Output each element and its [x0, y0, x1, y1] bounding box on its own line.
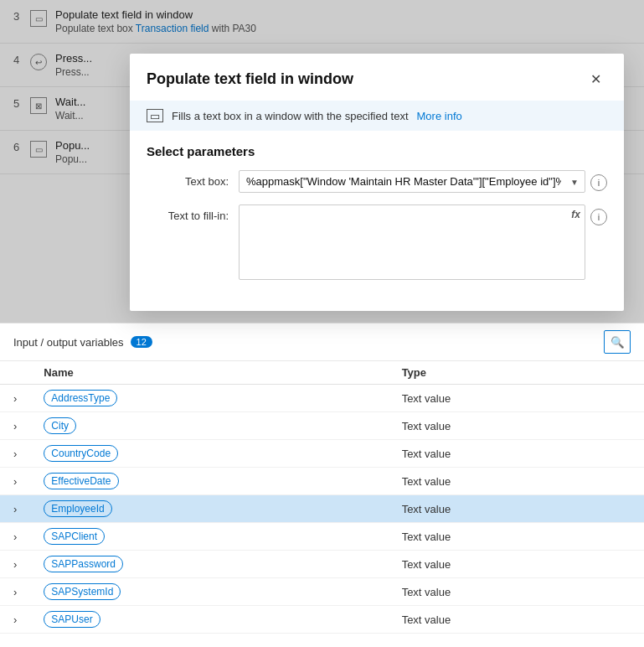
- row-type-cell: Text value: [389, 468, 644, 495]
- modal-title: Populate text field in window: [147, 70, 353, 88]
- table-row[interactable]: ›SAPUserText value: [0, 606, 644, 634]
- variables-badge: 12: [131, 336, 152, 348]
- row-type-cell: Text value: [389, 551, 644, 578]
- row-chevron-icon: ›: [0, 578, 30, 606]
- variables-search-button[interactable]: 🔍: [604, 330, 631, 354]
- row-name-cell: SAPClient: [30, 523, 388, 551]
- row-type-cell: Text value: [389, 578, 644, 606]
- row-type-cell: Text value: [389, 606, 644, 634]
- variable-tag[interactable]: SAPUser: [44, 611, 100, 628]
- textfill-textarea[interactable]: [239, 204, 585, 280]
- table-row[interactable]: ›EffectiveDateText value: [0, 468, 644, 495]
- textbox-select[interactable]: %appmask["Window 'Maintain HR Master Dat…: [239, 170, 585, 193]
- row-name-cell: SAPUser: [30, 606, 388, 634]
- col-expand: [0, 361, 30, 385]
- modal-info-text: Fills a text box in a window with the sp…: [172, 110, 409, 122]
- row-type-cell: Text value: [389, 495, 644, 523]
- row-name-cell: AddressType: [30, 385, 388, 412]
- fx-button[interactable]: fx: [571, 209, 580, 220]
- table-row[interactable]: ›SAPSystemIdText value: [0, 578, 644, 606]
- row-type-cell: Text value: [389, 385, 644, 412]
- table-row[interactable]: ›CountryCodeText value: [0, 440, 644, 468]
- textarea-wrapper: fx: [239, 204, 585, 282]
- variable-tag[interactable]: CountryCode: [44, 445, 118, 462]
- row-chevron-icon: ›: [0, 468, 30, 495]
- window-icon: ▭: [147, 109, 163, 122]
- populate-modal: Populate text field in window ✕ ▭ Fills …: [130, 54, 624, 311]
- row-name-cell: SAPSystemId: [30, 578, 388, 606]
- textbox-label: Text box:: [147, 170, 239, 188]
- table-header-row: Name Type: [0, 361, 644, 385]
- variable-tag[interactable]: EmployeeId: [44, 500, 111, 517]
- row-chevron-icon: ›: [0, 551, 30, 578]
- close-button[interactable]: ✕: [584, 67, 607, 91]
- variables-title: Input / output variables: [13, 336, 124, 349]
- col-name-header: Name: [30, 361, 388, 385]
- textfill-row: Text to fill-in: fx i: [147, 204, 607, 282]
- row-name-cell: City: [30, 412, 388, 440]
- variable-tag[interactable]: SAPSystemId: [44, 583, 121, 600]
- variables-panel: Input / output variables 12 🔍 Name Type …: [0, 323, 644, 647]
- textbox-row: Text box: %appmask["Window 'Maintain HR …: [147, 170, 607, 193]
- modal-header: Populate text field in window ✕: [130, 54, 624, 101]
- variables-table: Name Type ›AddressTypeText value›CityTex…: [0, 361, 644, 634]
- row-name-cell: EmployeeId: [30, 495, 388, 523]
- row-chevron-icon: ›: [0, 385, 30, 412]
- row-name-cell: EffectiveDate: [30, 468, 388, 495]
- row-chevron-icon: ›: [0, 412, 30, 440]
- row-chevron-icon: ›: [0, 606, 30, 634]
- search-icon: 🔍: [611, 336, 625, 349]
- textfill-label: Text to fill-in:: [147, 204, 239, 222]
- row-chevron-icon: ›: [0, 495, 30, 523]
- table-row[interactable]: ›CityText value: [0, 412, 644, 440]
- section-title: Select parameters: [147, 144, 607, 158]
- textbox-select-wrapper: %appmask["Window 'Maintain HR Master Dat…: [239, 170, 585, 193]
- textbox-info-button[interactable]: i: [590, 174, 607, 191]
- textfill-field: fx i: [239, 204, 607, 282]
- table-row[interactable]: ›SAPClientText value: [0, 523, 644, 551]
- row-chevron-icon: ›: [0, 523, 30, 551]
- textfill-info-button[interactable]: i: [590, 209, 607, 225]
- row-name-cell: CountryCode: [30, 440, 388, 468]
- row-name-cell: SAPPassword: [30, 551, 388, 578]
- variable-tag[interactable]: SAPPassword: [44, 556, 123, 572]
- row-type-cell: Text value: [389, 440, 644, 468]
- row-type-cell: Text value: [389, 412, 644, 440]
- table-row[interactable]: ›AddressTypeText value: [0, 385, 644, 412]
- row-type-cell: Text value: [389, 523, 644, 551]
- modal-body: Select parameters Text box: %appmask["Wi…: [130, 131, 624, 311]
- row-chevron-icon: ›: [0, 440, 30, 468]
- more-info-link[interactable]: More info: [417, 110, 462, 122]
- variable-tag[interactable]: AddressType: [44, 390, 117, 406]
- variable-tag[interactable]: EffectiveDate: [44, 473, 118, 489]
- variable-tag[interactable]: City: [44, 417, 76, 434]
- variable-tag[interactable]: SAPClient: [44, 528, 105, 545]
- table-row[interactable]: ›SAPPasswordText value: [0, 551, 644, 578]
- variables-header: Input / output variables 12 🔍: [0, 324, 644, 361]
- textbox-field: %appmask["Window 'Maintain HR Master Dat…: [239, 170, 607, 193]
- modal-info-bar: ▭ Fills a text box in a window with the …: [130, 101, 624, 131]
- table-row[interactable]: ›EmployeeIdText value: [0, 495, 644, 523]
- col-type-header: Type: [389, 361, 644, 385]
